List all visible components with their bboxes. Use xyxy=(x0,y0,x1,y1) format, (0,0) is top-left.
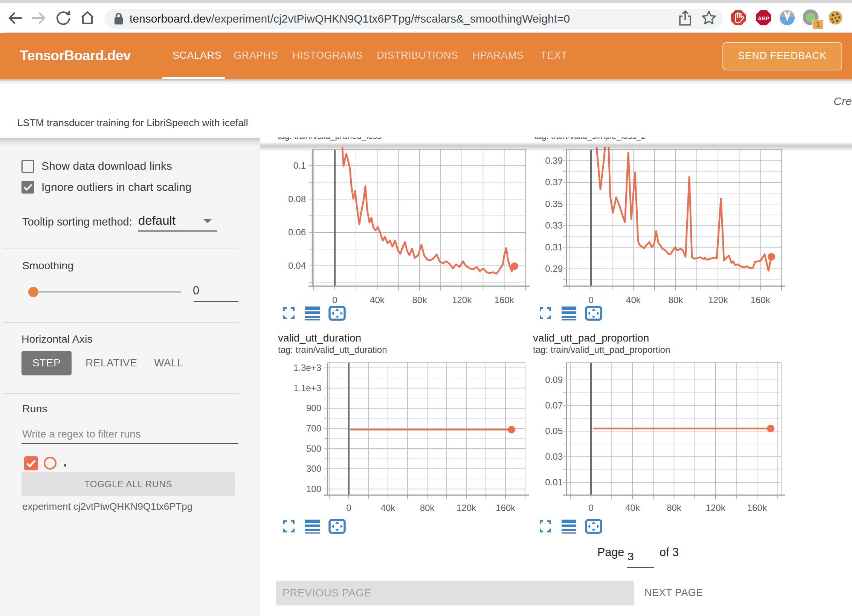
svg-text:ABP: ABP xyxy=(758,15,770,21)
